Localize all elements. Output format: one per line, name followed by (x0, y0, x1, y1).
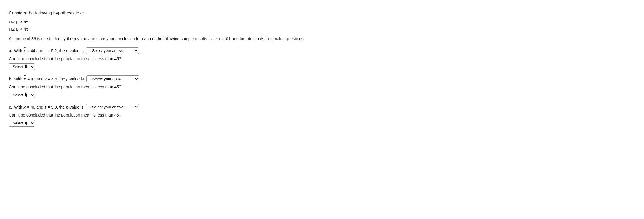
part-a-select-wrapper: Select ⇅ (9, 63, 314, 70)
page-title: Consider the following hypothesis test: (9, 10, 314, 15)
x-bar-c: x (24, 105, 26, 109)
part-a-conclusion-text: Can it be concluded that the population … (9, 56, 314, 61)
part-c-statement: With x = 46 and s = 5.0, the p-value is (14, 105, 84, 109)
pvalue-select-a[interactable]: - Select your answer - (86, 47, 139, 54)
part-b-line: b. With x = 43 and s = 4.6, the p-value … (9, 75, 314, 82)
part-c-select-wrapper: Select ⇅ (9, 120, 314, 127)
part-b: b. With x = 43 and s = 4.6, the p-value … (9, 75, 314, 98)
part-a: a. With x = 44 and s = 5.2, the p-value … (9, 47, 314, 70)
part-c: c. With x = 46 and s = 5.0, the p-value … (9, 104, 314, 127)
part-c-line: c. With x = 46 and s = 5.0, the p-value … (9, 104, 314, 110)
part-c-label: c. (9, 105, 12, 109)
pvalue-select-b[interactable]: - Select your answer - (86, 75, 139, 82)
part-b-select-wrapper: Select ⇅ (9, 92, 314, 98)
hypothesis-alt: H₂: μ < 45 (9, 26, 314, 32)
part-a-label: a. (9, 48, 12, 53)
x-bar-a: x (24, 48, 26, 53)
conclusion-select-a[interactable]: Select ⇅ (9, 63, 35, 70)
pvalue-select-c[interactable]: - Select your answer - (86, 104, 139, 110)
part-a-statement: With x = 44 and s = 5.2, the p-value is (14, 48, 84, 53)
part-b-conclusion-text: Can it be concluded that the population … (9, 85, 314, 89)
part-b-label: b. (9, 77, 12, 81)
conclusion-select-c[interactable]: Select ⇅ (9, 120, 35, 127)
conclusion-select-b[interactable]: Select ⇅ (9, 92, 35, 98)
instructions-text: A sample of 36 is used. Identify the p-v… (9, 36, 314, 42)
hypothesis-null: H₀: μ ≥ 45 (9, 19, 314, 25)
x-bar-b: x (24, 77, 26, 81)
part-b-statement: With x = 43 and s = 4.6, the p-value is (14, 77, 84, 81)
part-c-conclusion-text: Can it be concluded that the population … (9, 113, 314, 117)
part-a-line: a. With x = 44 and s = 5.2, the p-value … (9, 47, 314, 54)
